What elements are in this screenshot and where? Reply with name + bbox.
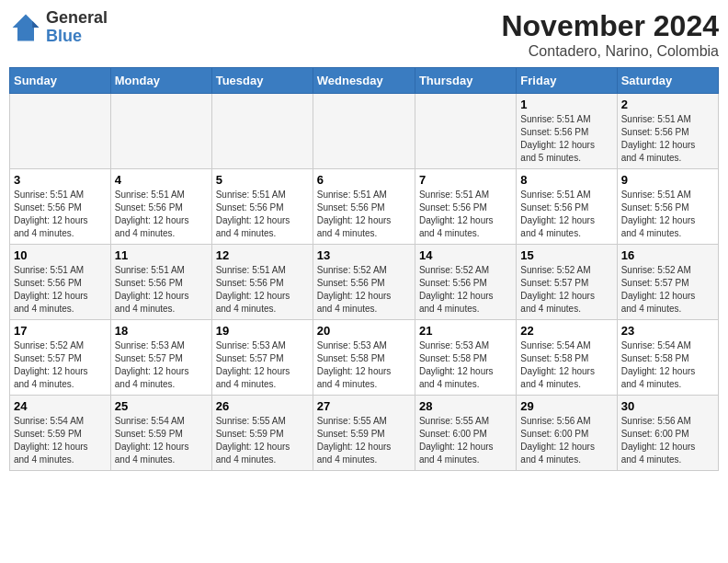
day-info: Sunrise: 5:54 AM Sunset: 5:59 PM Dayligh… bbox=[14, 415, 107, 466]
day-info: Sunrise: 5:54 AM Sunset: 5:58 PM Dayligh… bbox=[621, 339, 714, 391]
day-info: Sunrise: 5:51 AM Sunset: 5:56 PM Dayligh… bbox=[14, 264, 107, 316]
calendar-cell: 14Sunrise: 5:52 AM Sunset: 5:56 PM Dayli… bbox=[415, 245, 516, 320]
day-number: 28 bbox=[419, 399, 512, 413]
day-number: 15 bbox=[520, 248, 612, 262]
day-info: Sunrise: 5:52 AM Sunset: 5:57 PM Dayligh… bbox=[520, 264, 612, 316]
weekday-header-friday: Friday bbox=[517, 68, 617, 94]
weekday-header-tuesday: Tuesday bbox=[211, 68, 313, 94]
day-number: 8 bbox=[520, 173, 612, 187]
day-info: Sunrise: 5:52 AM Sunset: 5:56 PM Dayligh… bbox=[419, 264, 512, 316]
calendar-cell: 24Sunrise: 5:54 AM Sunset: 5:59 PM Dayli… bbox=[10, 396, 111, 471]
day-number: 3 bbox=[14, 173, 107, 187]
day-info: Sunrise: 5:52 AM Sunset: 5:57 PM Dayligh… bbox=[621, 264, 714, 316]
day-number: 6 bbox=[317, 173, 411, 187]
day-number: 29 bbox=[520, 399, 612, 413]
day-info: Sunrise: 5:56 AM Sunset: 6:00 PM Dayligh… bbox=[621, 415, 714, 466]
calendar-body: 1Sunrise: 5:51 AM Sunset: 5:56 PM Daylig… bbox=[10, 94, 719, 471]
calendar-cell: 7Sunrise: 5:51 AM Sunset: 5:56 PM Daylig… bbox=[415, 169, 516, 245]
day-info: Sunrise: 5:51 AM Sunset: 5:56 PM Dayligh… bbox=[216, 189, 309, 240]
day-number: 30 bbox=[621, 399, 714, 413]
day-number: 22 bbox=[520, 324, 612, 338]
calendar-cell: 9Sunrise: 5:51 AM Sunset: 5:56 PM Daylig… bbox=[617, 169, 718, 245]
day-number: 2 bbox=[621, 98, 714, 111]
day-info: Sunrise: 5:55 AM Sunset: 5:59 PM Dayligh… bbox=[216, 415, 309, 466]
day-number: 26 bbox=[216, 399, 309, 413]
calendar-cell: 3Sunrise: 5:51 AM Sunset: 5:56 PM Daylig… bbox=[10, 169, 111, 245]
calendar-cell: 10Sunrise: 5:51 AM Sunset: 5:56 PM Dayli… bbox=[10, 245, 111, 320]
calendar-cell: 4Sunrise: 5:51 AM Sunset: 5:56 PM Daylig… bbox=[110, 169, 211, 245]
day-info: Sunrise: 5:51 AM Sunset: 5:56 PM Dayligh… bbox=[14, 189, 107, 240]
calendar-cell: 26Sunrise: 5:55 AM Sunset: 5:59 PM Dayli… bbox=[211, 396, 313, 471]
calendar-cell: 21Sunrise: 5:53 AM Sunset: 5:58 PM Dayli… bbox=[415, 320, 516, 396]
calendar-table: SundayMondayTuesdayWednesdayThursdayFrid… bbox=[9, 67, 719, 471]
calendar-cell bbox=[110, 94, 211, 169]
day-info: Sunrise: 5:51 AM Sunset: 5:56 PM Dayligh… bbox=[419, 189, 512, 240]
day-number: 11 bbox=[115, 248, 208, 262]
calendar-cell bbox=[415, 94, 516, 169]
day-info: Sunrise: 5:53 AM Sunset: 5:58 PM Dayligh… bbox=[317, 339, 411, 391]
month-year-title: November 2024 bbox=[501, 9, 719, 43]
day-info: Sunrise: 5:53 AM Sunset: 5:57 PM Dayligh… bbox=[115, 339, 208, 391]
calendar-title: November 2024 Contadero, Narino, Colombi… bbox=[501, 9, 719, 60]
calendar-cell: 12Sunrise: 5:51 AM Sunset: 5:56 PM Dayli… bbox=[211, 245, 313, 320]
calendar-cell: 8Sunrise: 5:51 AM Sunset: 5:56 PM Daylig… bbox=[517, 169, 617, 245]
calendar-header: SundayMondayTuesdayWednesdayThursdayFrid… bbox=[10, 68, 719, 94]
calendar-week-row: 24Sunrise: 5:54 AM Sunset: 5:59 PM Dayli… bbox=[10, 396, 719, 471]
day-info: Sunrise: 5:55 AM Sunset: 5:59 PM Dayligh… bbox=[317, 415, 411, 466]
day-info: Sunrise: 5:54 AM Sunset: 5:59 PM Dayligh… bbox=[115, 415, 208, 466]
day-info: Sunrise: 5:52 AM Sunset: 5:56 PM Dayligh… bbox=[317, 264, 411, 316]
calendar-cell: 17Sunrise: 5:52 AM Sunset: 5:57 PM Dayli… bbox=[10, 320, 111, 396]
day-number: 21 bbox=[419, 324, 512, 338]
day-number: 27 bbox=[317, 399, 411, 413]
calendar-week-row: 3Sunrise: 5:51 AM Sunset: 5:56 PM Daylig… bbox=[10, 169, 719, 245]
day-number: 14 bbox=[419, 248, 512, 262]
weekday-header-wednesday: Wednesday bbox=[313, 68, 415, 94]
day-info: Sunrise: 5:51 AM Sunset: 5:56 PM Dayligh… bbox=[317, 189, 411, 240]
day-number: 13 bbox=[317, 248, 411, 262]
calendar-cell bbox=[313, 94, 415, 169]
day-number: 16 bbox=[621, 248, 714, 262]
day-info: Sunrise: 5:53 AM Sunset: 5:57 PM Dayligh… bbox=[216, 339, 309, 391]
calendar-cell: 25Sunrise: 5:54 AM Sunset: 5:59 PM Dayli… bbox=[110, 396, 211, 471]
day-number: 1 bbox=[520, 98, 612, 111]
day-info: Sunrise: 5:51 AM Sunset: 5:56 PM Dayligh… bbox=[520, 189, 612, 240]
day-info: Sunrise: 5:54 AM Sunset: 5:58 PM Dayligh… bbox=[520, 339, 612, 391]
calendar-cell: 2Sunrise: 5:51 AM Sunset: 5:56 PM Daylig… bbox=[617, 94, 718, 169]
calendar-cell: 6Sunrise: 5:51 AM Sunset: 5:56 PM Daylig… bbox=[313, 169, 415, 245]
day-number: 4 bbox=[115, 173, 208, 187]
calendar-cell: 11Sunrise: 5:51 AM Sunset: 5:56 PM Dayli… bbox=[110, 245, 211, 320]
calendar-week-row: 10Sunrise: 5:51 AM Sunset: 5:56 PM Dayli… bbox=[10, 245, 719, 320]
day-number: 17 bbox=[14, 324, 107, 338]
day-info: Sunrise: 5:56 AM Sunset: 6:00 PM Dayligh… bbox=[520, 415, 612, 466]
calendar-cell bbox=[10, 94, 111, 169]
day-info: Sunrise: 5:51 AM Sunset: 5:56 PM Dayligh… bbox=[621, 189, 714, 240]
day-number: 7 bbox=[419, 173, 512, 187]
calendar-cell bbox=[211, 94, 313, 169]
day-number: 18 bbox=[115, 324, 208, 338]
day-number: 24 bbox=[14, 399, 107, 413]
calendar-cell: 20Sunrise: 5:53 AM Sunset: 5:58 PM Dayli… bbox=[313, 320, 415, 396]
calendar-cell: 23Sunrise: 5:54 AM Sunset: 5:58 PM Dayli… bbox=[617, 320, 718, 396]
calendar-cell: 13Sunrise: 5:52 AM Sunset: 5:56 PM Dayli… bbox=[313, 245, 415, 320]
weekday-header-thursday: Thursday bbox=[415, 68, 516, 94]
calendar-week-row: 1Sunrise: 5:51 AM Sunset: 5:56 PM Daylig… bbox=[10, 94, 719, 169]
weekday-header-saturday: Saturday bbox=[617, 68, 718, 94]
weekday-header-monday: Monday bbox=[110, 68, 211, 94]
calendar-cell: 27Sunrise: 5:55 AM Sunset: 5:59 PM Dayli… bbox=[313, 396, 415, 471]
location-subtitle: Contadero, Narino, Colombia bbox=[501, 43, 719, 60]
calendar-cell: 22Sunrise: 5:54 AM Sunset: 5:58 PM Dayli… bbox=[517, 320, 617, 396]
day-info: Sunrise: 5:51 AM Sunset: 5:56 PM Dayligh… bbox=[115, 264, 208, 316]
calendar-cell: 30Sunrise: 5:56 AM Sunset: 6:00 PM Dayli… bbox=[617, 396, 718, 471]
calendar-cell: 28Sunrise: 5:55 AM Sunset: 6:00 PM Dayli… bbox=[415, 396, 516, 471]
logo-blue-text: Blue bbox=[46, 28, 108, 46]
day-info: Sunrise: 5:51 AM Sunset: 5:56 PM Dayligh… bbox=[520, 113, 612, 165]
page-header: General Blue November 2024 Contadero, Na… bbox=[9, 9, 719, 60]
day-info: Sunrise: 5:51 AM Sunset: 5:56 PM Dayligh… bbox=[216, 264, 309, 316]
weekday-header-sunday: Sunday bbox=[10, 68, 111, 94]
calendar-cell: 5Sunrise: 5:51 AM Sunset: 5:56 PM Daylig… bbox=[211, 169, 313, 245]
day-number: 12 bbox=[216, 248, 309, 262]
day-number: 20 bbox=[317, 324, 411, 338]
day-info: Sunrise: 5:52 AM Sunset: 5:57 PM Dayligh… bbox=[14, 339, 107, 391]
day-info: Sunrise: 5:51 AM Sunset: 5:56 PM Dayligh… bbox=[115, 189, 208, 240]
logo: General Blue bbox=[9, 9, 108, 46]
